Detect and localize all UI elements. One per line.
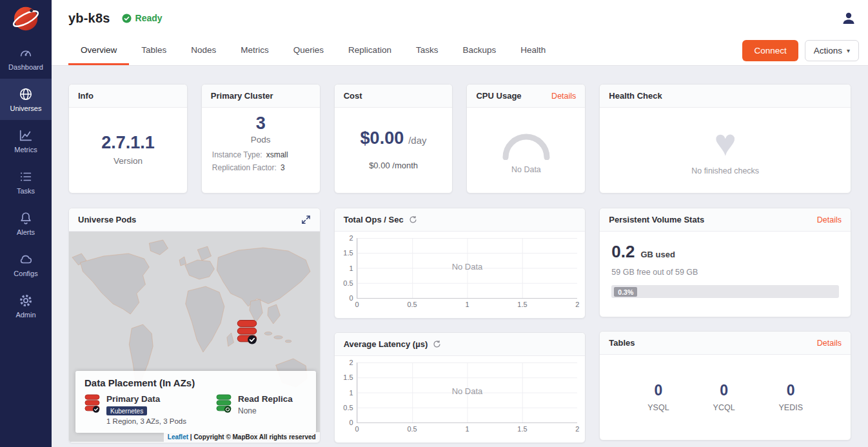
- metrics-icon: [19, 128, 33, 143]
- ycql-label: YCQL: [713, 403, 735, 412]
- y-axis-tick: 2: [350, 359, 353, 366]
- dashboard-icon: [19, 46, 33, 60]
- replication-factor-value: 3: [281, 163, 285, 172]
- admin-gear-icon: [19, 293, 33, 308]
- sidebar-item-label: Tasks: [17, 187, 35, 195]
- gauge-arc-icon: [499, 128, 553, 160]
- data-placement-card: Data Placement (In AZs): [75, 371, 316, 433]
- total-ops-title: Total Ops / Sec: [344, 215, 404, 224]
- tab-overview[interactable]: Overview: [68, 36, 129, 65]
- instance-type-label: Instance Type:: [212, 150, 262, 159]
- cost-panel: Cost $0.00 /day $0.00 /month: [334, 84, 453, 194]
- yedis-stat: 0 YEDIS: [779, 382, 804, 412]
- refresh-icon[interactable]: [409, 215, 417, 224]
- volume-used-label: GB used: [640, 250, 675, 259]
- cost-per-month: $0.00 /month: [369, 161, 418, 170]
- alerts-bell-icon: [19, 211, 33, 225]
- y-axis-tick: 0.5: [343, 279, 353, 287]
- persistent-volume-panel: Persistent Volume Stats Details 0.2 GB u…: [599, 208, 851, 317]
- x-axis-tick: 2: [575, 425, 579, 433]
- tab-replication[interactable]: Replication: [336, 36, 404, 65]
- tasks-icon: [19, 170, 33, 184]
- data-placement-title: Data Placement (In AZs): [84, 377, 307, 388]
- primary-cluster-title: Primary Cluster: [211, 91, 273, 101]
- sidebar-item-alerts[interactable]: Alerts: [0, 203, 52, 244]
- y-axis-tick: 0.5: [343, 404, 353, 412]
- yedis-count: 0: [779, 382, 804, 399]
- x-axis-tick: 1.5: [517, 301, 527, 308]
- x-axis-tick: 0: [355, 301, 359, 308]
- world-map[interactable]: Data Placement (In AZs): [69, 232, 320, 442]
- y-axis-tick: 1: [350, 389, 353, 397]
- x-axis-tick: 1.5: [517, 425, 527, 433]
- total-ops-plot-area: 2 1.5 1 0.5 0 0 0.5 1 1.5 2 No Data: [357, 238, 578, 299]
- ysql-label: YSQL: [647, 403, 669, 412]
- user-icon: [841, 10, 856, 26]
- cpu-details-link[interactable]: Details: [551, 92, 576, 101]
- y-axis-tick: 1: [350, 264, 353, 272]
- actions-dropdown-button[interactable]: Actions ▾: [805, 40, 859, 61]
- leaflet-link[interactable]: Leaflet: [168, 433, 188, 441]
- tab-health[interactable]: Health: [508, 36, 558, 65]
- tab-backups[interactable]: Backups: [450, 36, 508, 65]
- tables-details-link[interactable]: Details: [817, 339, 842, 348]
- primary-data-summary: 1 Region, 3 AZs, 3 Pods: [106, 417, 186, 425]
- pods-count: 3: [256, 114, 266, 134]
- volume-details-link[interactable]: Details: [817, 215, 842, 224]
- tables-panel: Tables Details 0 YSQL 0 YCQL: [599, 331, 851, 441]
- refresh-icon[interactable]: [433, 340, 441, 348]
- y-axis-tick: 0: [350, 419, 353, 426]
- instance-type-value: xsmall: [266, 150, 288, 159]
- detail-row: Universe Pods: [68, 208, 851, 443]
- yedis-label: YEDIS: [779, 403, 804, 412]
- total-ops-no-data: No Data: [452, 262, 483, 272]
- sidebar-item-dashboard[interactable]: Dashboard: [0, 37, 52, 79]
- y-axis-tick: 1.5: [343, 373, 353, 381]
- version-label: Version: [113, 156, 143, 166]
- cpu-no-data: No Data: [511, 165, 541, 174]
- user-menu-button[interactable]: [841, 10, 856, 26]
- y-axis-tick: 2: [350, 234, 353, 242]
- total-ops-chart: 2 1.5 1 0.5 0 0 0.5 1 1.5 2 No Data: [335, 232, 586, 317]
- tab-tables[interactable]: Tables: [129, 36, 179, 65]
- cpu-usage-title: CPU Usage: [476, 91, 521, 101]
- tables-title: Tables: [609, 338, 635, 348]
- primary-data-entry: Primary Data Kubernetes 1 Region, 3 AZs,…: [84, 394, 186, 425]
- tab-metrics[interactable]: Metrics: [228, 36, 281, 65]
- sidebar-item-label: Configs: [14, 270, 37, 277]
- avg-latency-no-data: No Data: [452, 386, 483, 396]
- sidebar-item-universes[interactable]: Universes: [0, 79, 52, 120]
- app-logo[interactable]: [0, 0, 52, 37]
- expand-icon: [301, 215, 311, 224]
- cost-per-day-value: $0.00: [360, 129, 404, 148]
- tab-tasks[interactable]: Tasks: [404, 36, 451, 65]
- sidebar-item-admin[interactable]: Admin: [0, 285, 52, 326]
- connect-button[interactable]: Connect: [742, 40, 798, 61]
- sidebar-item-configs[interactable]: Configs: [0, 244, 52, 285]
- map-copyright: | Copyright © MapBox All rights reserved: [190, 433, 316, 441]
- sidebar-item-label: Alerts: [17, 228, 35, 236]
- universe-status-text: Ready: [135, 13, 163, 23]
- yugabyte-logo-icon: [12, 5, 39, 32]
- heart-icon: ♥: [714, 124, 736, 161]
- read-replica-entry: Read Replica None: [216, 394, 293, 425]
- expand-map-button[interactable]: [301, 215, 311, 224]
- sidebar-item-label: Universes: [10, 104, 42, 112]
- universe-header: yb-k8s Ready: [52, 0, 868, 36]
- avg-latency-chart: 2 1.5 1 0.5 0 0 0.5 1 1.5 2 No Data: [335, 356, 586, 442]
- replication-factor-label: Replication Factor:: [212, 163, 277, 172]
- avg-latency-title: Average Latency (µs): [344, 339, 428, 349]
- ycql-stat: 0 YCQL: [713, 382, 735, 412]
- sidebar-item-metrics[interactable]: Metrics: [0, 120, 52, 161]
- main-area: yb-k8s Ready Overview Tables Nodes: [52, 0, 868, 447]
- sidebar-item-tasks[interactable]: Tasks: [0, 161, 52, 203]
- tab-actions: Connect Actions ▾: [742, 36, 859, 65]
- primary-cluster-panel: Primary Cluster 3 Pods Instance Type:xsm…: [201, 84, 321, 194]
- tab-nodes[interactable]: Nodes: [179, 36, 228, 65]
- tab-queries[interactable]: Queries: [281, 36, 336, 65]
- charts-column: Total Ops / Sec 2 1.5 1: [334, 208, 586, 443]
- primary-data-map-marker[interactable]: [237, 320, 257, 345]
- sidebar: Dashboard Universes Metrics: [0, 0, 52, 447]
- universe-status-badge: Ready: [122, 13, 163, 23]
- sidebar-item-label: Admin: [15, 311, 35, 319]
